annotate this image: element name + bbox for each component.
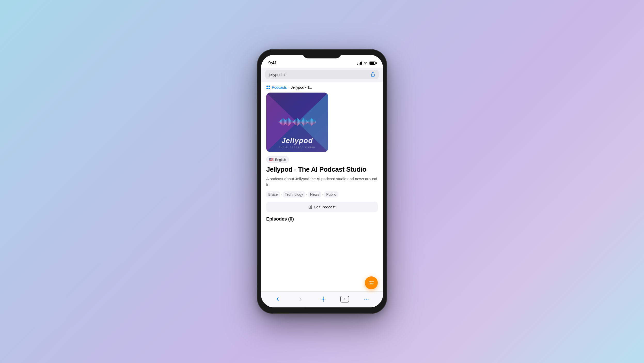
wifi-icon	[364, 62, 368, 65]
url-text: jellypod.ai	[269, 72, 286, 77]
back-button[interactable]	[272, 295, 283, 304]
url-bar[interactable]: jellypod.ai	[265, 70, 379, 79]
tag-dot-1: ·	[281, 193, 282, 196]
podcast-description: A podcast about Jellypod the AI podcast …	[266, 176, 378, 188]
tag-news: News	[308, 191, 321, 198]
artwork-container: Jellypod THE AI PODCAST STUDIO	[266, 93, 378, 152]
edit-podcast-button[interactable]: Edit Podcast	[266, 202, 378, 212]
edit-button-label: Edit Podcast	[314, 205, 335, 209]
episodes-heading: Episodes (0)	[266, 216, 378, 222]
battery-icon	[369, 62, 376, 65]
svg-rect-1	[266, 86, 268, 87]
podcast-artwork: Jellypod THE AI PODCAST STUDIO	[266, 93, 328, 152]
status-icons	[357, 62, 376, 65]
svg-point-15	[366, 299, 367, 300]
tabs-count-text: 1	[344, 297, 346, 301]
grid-icon	[266, 85, 270, 89]
browser-chrome: jellypod.ai	[261, 68, 383, 82]
svg-rect-4	[269, 88, 270, 89]
language-flag: 🇺🇸	[269, 157, 273, 162]
home-indicator	[304, 307, 340, 309]
tag-dot-2: ·	[306, 193, 307, 196]
tag-technology: Technology	[283, 191, 305, 198]
breadcrumb-current: Jellypod - T...	[291, 85, 312, 89]
screen: 9:41	[261, 55, 383, 307]
svg-point-9	[323, 299, 324, 300]
fab-line2: Help!	[369, 283, 374, 285]
breadcrumb-chevron: ›	[288, 86, 289, 89]
phone-device: 9:41	[257, 50, 387, 313]
svg-point-16	[367, 299, 368, 300]
tag-public: Public	[324, 191, 338, 198]
svg-point-0	[365, 64, 366, 64]
fab-button[interactable]: News Help!	[365, 276, 378, 289]
artwork-title-text: Jellypod	[266, 137, 328, 145]
waveform	[279, 118, 316, 126]
svg-rect-2	[269, 86, 270, 87]
content-area[interactable]: Jellypod THE AI PODCAST STUDIO 🇺🇸 Englis…	[261, 93, 383, 291]
podcast-title: Jellypod - The AI Podcast Studio	[266, 165, 378, 173]
notch	[303, 50, 341, 58]
forward-button[interactable]	[295, 295, 306, 304]
signal-icon	[357, 62, 362, 65]
edit-icon	[309, 205, 312, 209]
tags-container: Bruce · Technology · News · Public	[266, 191, 378, 198]
artwork-subtitle-text: THE AI PODCAST STUDIO	[266, 146, 328, 148]
fab-line1: News	[369, 281, 374, 283]
svg-rect-3	[266, 88, 268, 89]
breadcrumb: Podcasts › Jellypod - T...	[261, 82, 383, 93]
share-icon[interactable]	[371, 72, 375, 77]
new-tab-button[interactable]	[318, 295, 329, 304]
tag-bruce: Bruce	[266, 191, 280, 198]
phone-bottom	[304, 307, 340, 313]
artwork-title-container: Jellypod	[266, 137, 328, 145]
language-badge: 🇺🇸 English	[266, 156, 289, 163]
language-text: English	[275, 158, 286, 162]
svg-point-14	[364, 299, 365, 300]
fab-label: News Help!	[369, 281, 374, 285]
more-options-button[interactable]	[361, 295, 372, 304]
tag-dot-3: ·	[322, 193, 323, 196]
breadcrumb-parent[interactable]: Podcasts	[272, 85, 287, 89]
artwork-subtitle-container: THE AI PODCAST STUDIO	[266, 146, 328, 148]
status-time: 9:41	[268, 61, 277, 66]
tabs-count-button[interactable]: 1	[340, 296, 349, 303]
bottom-toolbar: 1	[261, 291, 383, 307]
